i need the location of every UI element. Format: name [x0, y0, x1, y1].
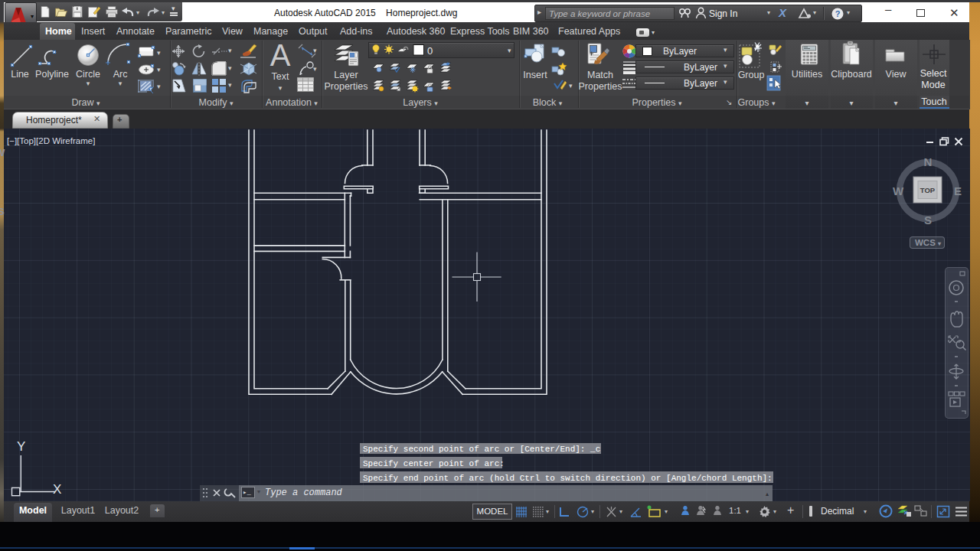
svg-text:S: S: [924, 214, 932, 227]
svg-text:W: W: [893, 184, 904, 197]
svg-text:E: E: [954, 184, 962, 197]
svg-text:N: N: [924, 155, 933, 168]
svg-text:Y: Y: [17, 439, 25, 454]
svg-text:X: X: [53, 482, 61, 497]
svg-text:TOP: TOP: [920, 186, 936, 194]
svg-text:?: ?: [835, 9, 841, 18]
